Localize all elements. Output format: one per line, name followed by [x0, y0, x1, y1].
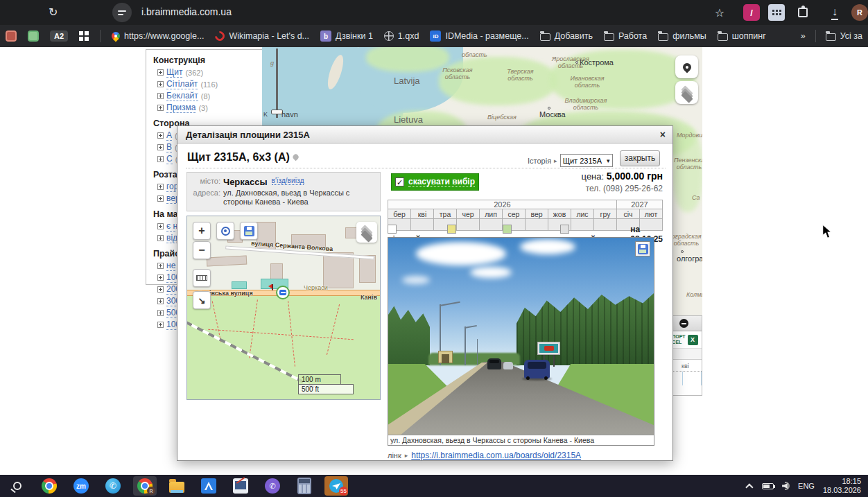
- expand-plus-icon[interactable]: [157, 298, 164, 304]
- photos-icon: [233, 478, 248, 494]
- filter-shchyt[interactable]: Щит(362): [157, 67, 262, 78]
- site-info-icon[interactable]: [112, 3, 132, 22]
- file-explorer-button[interactable]: [165, 476, 189, 496]
- billboard-photo[interactable]: ул. Дахновская, вьезд в Черкассы с сторо…: [388, 237, 654, 446]
- bookmark-google[interactable]: https://www.google...: [112, 31, 204, 41]
- bookmark-dzvinky[interactable]: bДзвінки 1: [320, 30, 373, 42]
- bookmark-a2[interactable]: A2: [50, 30, 68, 42]
- map-label: олгоград: [677, 255, 702, 262]
- battery-icon[interactable]: [762, 483, 774, 489]
- map-label: Мордовия: [677, 132, 702, 139]
- close-button[interactable]: закрыть: [620, 150, 660, 166]
- city-label: місто:: [191, 177, 220, 187]
- filter-citylight[interactable]: Сітілайт(116): [157, 79, 262, 89]
- photos-app-button[interactable]: [229, 476, 252, 496]
- minimap-zoom-out[interactable]: −: [193, 241, 211, 259]
- bookmark-folder-dobavit[interactable]: Добавить: [540, 31, 593, 41]
- scan-icon: [201, 478, 216, 494]
- map-label: область: [462, 51, 487, 58]
- bookmark-star-icon[interactable]: ☆: [711, 4, 728, 21]
- checkbox-checked-icon[interactable]: ✓: [395, 177, 404, 186]
- expand-plus-icon[interactable]: [157, 184, 164, 190]
- volume-control[interactable]: [782, 482, 790, 490]
- cancel-selection-button[interactable]: ✓ скасувати вибір: [391, 173, 479, 191]
- bookmark-folder-filmy[interactable]: фильмы: [658, 31, 706, 41]
- profile-avatar[interactable]: R: [851, 4, 868, 21]
- bookmark-wikimapia[interactable]: Wikimapia - Let's d...: [215, 31, 309, 41]
- expand-plus-icon[interactable]: [157, 235, 164, 241]
- minimap-locate-button[interactable]: [216, 222, 234, 240]
- extension-keyboard-icon[interactable]: [768, 4, 785, 21]
- system-tray: ENG 18:1518.03.2026: [748, 477, 868, 495]
- viber-button[interactable]: ✆: [261, 476, 284, 496]
- bookmark-folder-rabota[interactable]: Работа: [604, 31, 647, 41]
- photo-save-button[interactable]: [635, 241, 650, 256]
- expand-plus-icon[interactable]: [157, 156, 164, 162]
- chrome-button[interactable]: [37, 476, 61, 496]
- extensions-puzzle-icon[interactable]: [795, 4, 811, 21]
- expand-plus-icon[interactable]: [157, 144, 164, 150]
- minimap-zoom-in[interactable]: +: [193, 222, 211, 240]
- filter-backlight[interactable]: Беклайт(8): [157, 91, 262, 101]
- bookmark-favicon-green[interactable]: [28, 30, 39, 42]
- extension-pink-icon[interactable]: /: [743, 4, 760, 21]
- zoom-app-button[interactable]: zm: [69, 476, 93, 496]
- bookmark-idmedia[interactable]: iDIDMedia - размеще...: [430, 30, 528, 42]
- month-header: лют: [640, 209, 663, 219]
- scale-imperial: 500 ft: [298, 384, 354, 394]
- expand-plus-icon[interactable]: [157, 132, 164, 139]
- minimap-measure-button[interactable]: [193, 269, 211, 287]
- scan-app-button[interactable]: [197, 476, 220, 496]
- map-pin-button[interactable]: [675, 55, 698, 78]
- modal-titlebar[interactable]: Деталізація площини 2315А ×: [177, 126, 672, 143]
- map-label: Lietuva: [394, 116, 423, 123]
- minimap-layers-button[interactable]: [356, 222, 377, 243]
- expand-plus-icon[interactable]: [157, 223, 164, 229]
- url-bar[interactable]: i.braimmedia.com.ua: [141, 6, 232, 17]
- expand-plus-icon[interactable]: [157, 195, 164, 202]
- billboard-marker[interactable]: [276, 286, 290, 299]
- expand-plus-icon[interactable]: [157, 322, 164, 328]
- folder-icon: [718, 33, 728, 41]
- bookmark-favicon-red[interactable]: [6, 30, 17, 42]
- map-zoom-slider[interactable]: [276, 49, 278, 118]
- expand-plus-icon[interactable]: [157, 286, 164, 293]
- collapse-icon[interactable]: [679, 319, 688, 328]
- bookmark-folder-shopping[interactable]: шоппинг: [718, 31, 766, 41]
- bookmarks-overflow-chevron[interactable]: »: [801, 31, 806, 41]
- expand-plus-icon[interactable]: [157, 105, 164, 111]
- calculator-button[interactable]: [293, 476, 316, 496]
- minimap-save-button[interactable]: [240, 222, 258, 240]
- folder-icon: [540, 33, 550, 41]
- map-label: Ивановская область: [566, 75, 609, 89]
- minimap-expand-button[interactable]: ↘: [193, 291, 211, 309]
- chrome-profile-button[interactable]: R: [133, 476, 157, 496]
- clock[interactable]: 18:1518.03.2026: [823, 477, 861, 495]
- close-icon[interactable]: ×: [660, 130, 666, 139]
- reload-icon[interactable]: ↻: [49, 6, 58, 19]
- wikimapia-icon: [214, 29, 227, 43]
- filter-prizma[interactable]: Призма(3): [157, 103, 262, 113]
- search-button[interactable]: [6, 476, 29, 496]
- expand-plus-icon[interactable]: [157, 93, 164, 99]
- apps-grid-icon[interactable]: [79, 31, 89, 41]
- downloads-icon[interactable]: ↓: [826, 4, 843, 21]
- phone-app-button[interactable]: ✆: [101, 476, 125, 496]
- board-link[interactable]: https://i.braimmedia.com.ua/boards/oid/2…: [411, 451, 581, 460]
- city-value: Черкассы: [223, 177, 268, 187]
- tray-chevron-icon[interactable]: [745, 483, 753, 491]
- expand-plus-icon[interactable]: [157, 69, 164, 76]
- expand-plus-icon[interactable]: [157, 274, 164, 281]
- expand-plus-icon[interactable]: [157, 81, 164, 87]
- excel-icon: X: [688, 335, 698, 345]
- expand-plus-icon[interactable]: [157, 310, 164, 316]
- entry-exit-link[interactable]: в'їзд/виїзд: [272, 177, 304, 185]
- language-indicator[interactable]: ENG: [798, 482, 815, 490]
- history-select[interactable]: Щит 2315А ▾: [560, 154, 613, 167]
- map-layers-button[interactable]: [675, 81, 698, 104]
- messenger-button[interactable]: 55: [324, 476, 348, 496]
- bookmark-qxd[interactable]: 1.qxd: [384, 31, 419, 41]
- mini-map[interactable]: вулиця Сержанта Волкова Канівська вулиця…: [186, 216, 381, 400]
- all-bookmarks[interactable]: Усі за: [826, 31, 862, 41]
- expand-plus-icon[interactable]: [157, 263, 164, 269]
